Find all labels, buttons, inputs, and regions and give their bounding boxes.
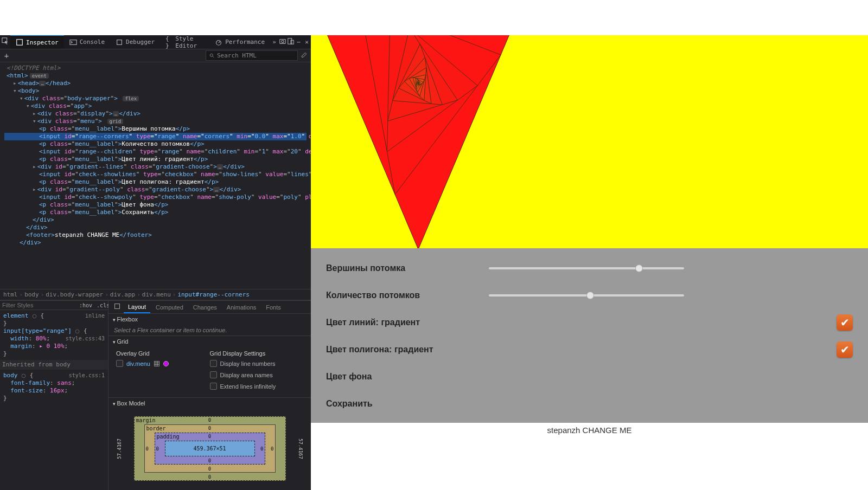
svg-point-6 (281, 40, 283, 42)
svg-rect-3 (117, 40, 122, 44)
layout-tab-fonts[interactable]: Fonts (261, 302, 285, 313)
svg-rect-13 (115, 304, 120, 309)
browser-chrome-space (0, 0, 868, 35)
svg-rect-1 (17, 40, 23, 46)
app-menu: Вершины потомка Количество потомков Цвет… (311, 248, 868, 423)
box-model-diagram[interactable]: 57.4167 57.4167 margin 0 0 border 0 (134, 416, 286, 481)
app-footer: stepanzh CHANGE ME (311, 423, 868, 437)
svg-marker-32 (418, 83, 419, 83)
filter-styles-input[interactable] (2, 302, 77, 308)
show-poly-checkbox[interactable]: ✔ (837, 341, 853, 358)
layout-tab-computed[interactable]: Computed (151, 302, 188, 313)
hov-button[interactable]: :hov (77, 302, 94, 308)
corners-slider[interactable] (489, 267, 684, 269)
svg-rect-5 (279, 40, 285, 44)
grid-opt-area-names-label: Display area names (220, 372, 273, 378)
grid-section-header[interactable]: Grid (108, 336, 311, 347)
canvas (311, 35, 868, 248)
tab-performance[interactable]: Performance (209, 36, 270, 49)
grid-opt-extend-lines-label: Extend lines infinitely (220, 383, 276, 390)
breadcrumbs[interactable]: html›body›div.body-wrapper›div.app›div.m… (0, 289, 311, 300)
devtools-panel: Inspector Console Debugger { } Style Edi… (0, 35, 311, 490)
layout-tab-animations[interactable]: Animations (222, 302, 260, 313)
layout-pane-icon[interactable] (112, 303, 123, 311)
overlay-grid-checkbox[interactable] (116, 360, 123, 367)
corners-label: Вершины потомка (326, 263, 489, 273)
grid-icon (154, 360, 160, 367)
devtools-tabs: Inspector Console Debugger { } Style Edi… (0, 35, 311, 49)
edit-html-icon[interactable] (298, 51, 311, 60)
overlay-grid-label: Overlay Grid (116, 350, 210, 357)
tab-inspector[interactable]: Inspector (10, 35, 64, 49)
flexbox-section-header[interactable]: Flexbox (108, 314, 311, 325)
flexbox-hint: Select a Flex container or item to conti… (108, 325, 311, 336)
grid-opt-line-numbers-checkbox[interactable] (210, 360, 217, 367)
triangle-spiral (312, 35, 529, 248)
search-html-input[interactable]: Search HTML (206, 50, 298, 61)
kebab-icon[interactable]: ⋯ (295, 38, 303, 46)
show-lines-checkbox[interactable]: ✔ (837, 314, 853, 331)
boxmodel-section-header[interactable]: Box Model (108, 398, 311, 409)
grid-settings-label: Grid Display Settings (210, 350, 304, 357)
rules-pane: :hov .cls + element {inline}input[type="… (0, 301, 108, 490)
layout-tab-changes[interactable]: Changes (189, 302, 221, 313)
application-preview: Вершины потомка Количество потомков Цвет… (311, 35, 868, 490)
responsive-icon[interactable] (286, 37, 295, 47)
tabs-overflow-icon[interactable]: » (270, 38, 278, 46)
save-label: Сохранить (326, 399, 489, 409)
add-element-icon[interactable]: + (0, 51, 13, 60)
tab-console[interactable]: Console (64, 36, 110, 49)
svg-point-9 (210, 54, 213, 56)
overlay-grid-item[interactable]: div.menu (126, 360, 150, 367)
rules-body[interactable]: element {inline}input[type="range"] {sty… (0, 310, 108, 490)
lines-color-label: Цвет линий: градиент (326, 318, 489, 327)
grid-opt-area-names-checkbox[interactable] (210, 371, 217, 378)
svg-rect-2 (70, 40, 76, 44)
poly-color-label: Цвет полигона: градиент (326, 345, 489, 354)
children-slider[interactable] (489, 294, 684, 296)
screenshot-icon[interactable] (278, 37, 286, 47)
bg-color-label: Цвет фона (326, 372, 489, 382)
svg-rect-7 (288, 38, 291, 44)
element-picker-icon[interactable] (0, 37, 10, 47)
tab-debugger[interactable]: Debugger (110, 36, 160, 49)
html-tree[interactable]: <!DOCTYPE html><html>event▸<head>…</head… (0, 62, 311, 289)
svg-rect-14 (154, 361, 159, 366)
close-devtools-icon[interactable]: ✕ (303, 38, 311, 46)
children-label: Количество потомков (326, 291, 489, 300)
svg-point-10 (33, 314, 36, 318)
svg-point-11 (76, 330, 80, 333)
grid-color-swatch[interactable] (163, 361, 169, 366)
svg-rect-8 (291, 40, 293, 44)
layout-tab-layout[interactable]: Layout (124, 301, 150, 313)
grid-opt-extend-lines-checkbox[interactable] (210, 383, 217, 390)
inspector-toolbar: + Search HTML (0, 49, 311, 62)
grid-opt-line-numbers-label: Display line numbers (220, 360, 276, 367)
layout-pane: Layout Computed Changes Animations Fonts… (108, 301, 311, 490)
svg-point-12 (22, 374, 25, 378)
